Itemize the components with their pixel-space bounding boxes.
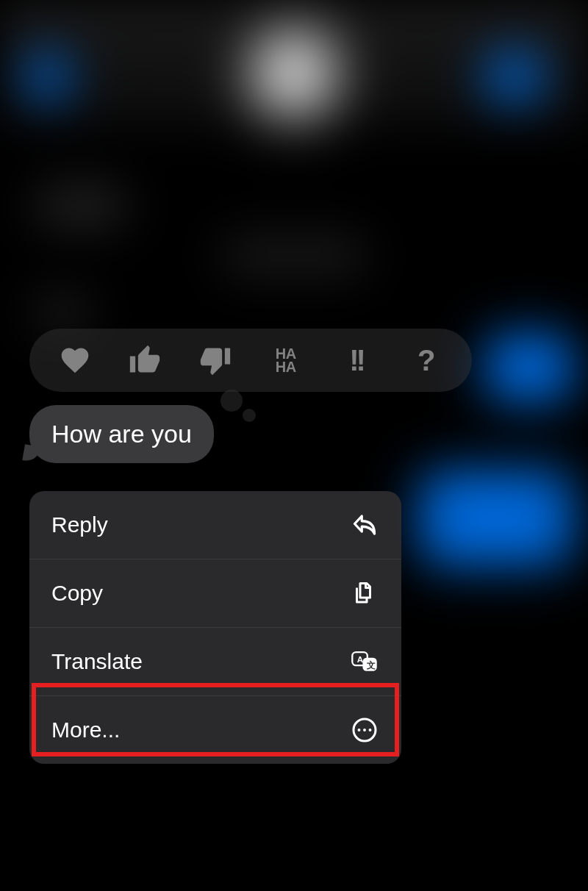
svg-text:文: 文 [366, 660, 376, 670]
reaction-bar-tail [243, 409, 256, 422]
menu-item-label: Translate [51, 649, 143, 674]
reply-icon [350, 510, 379, 540]
menu-item-label: More... [51, 718, 120, 742]
message-blur [33, 294, 92, 331]
question-icon: ? [417, 344, 435, 377]
svg-point-7 [369, 729, 372, 731]
translate-icon: A文 [350, 647, 379, 676]
sent-message-blur [485, 334, 573, 401]
heart-icon [59, 344, 91, 376]
reaction-thumbs-down-button[interactable] [192, 337, 240, 384]
menu-item-label: Reply [51, 512, 108, 537]
menu-item-label: Copy [51, 581, 103, 606]
thumbs-up-icon [129, 344, 161, 376]
menu-reply[interactable]: Reply [29, 491, 401, 559]
back-button-blur [22, 51, 74, 103]
action-button-blur [485, 51, 544, 103]
copy-icon [350, 579, 379, 608]
selected-message-bubble[interactable]: How are you [29, 405, 214, 463]
reaction-heart-button[interactable] [51, 337, 98, 384]
reaction-haha-button[interactable]: HA HA [262, 337, 309, 384]
menu-translate[interactable]: Translate A文 [29, 628, 401, 696]
reaction-bar: HA HA !! ? [29, 329, 472, 392]
sent-message-blur [419, 470, 573, 566]
reaction-thumbs-up-button[interactable] [121, 337, 169, 384]
double-exclamation-icon: !! [349, 344, 363, 377]
menu-more[interactable]: More... [29, 696, 401, 764]
reaction-bar-tail [220, 390, 243, 412]
svg-point-6 [363, 729, 366, 731]
thumbs-down-icon [199, 344, 232, 376]
message-context-menu: Reply Copy Translate A文 More... [29, 491, 401, 764]
reaction-question-button[interactable]: ? [403, 337, 451, 384]
more-icon [350, 715, 379, 745]
message-blur [33, 184, 129, 228]
svg-text:A: A [357, 655, 364, 664]
message-blur [220, 235, 368, 276]
menu-copy[interactable]: Copy [29, 559, 401, 628]
svg-point-5 [358, 729, 361, 731]
haha-icon: HA HA [276, 347, 296, 373]
reaction-exclamation-button[interactable]: !! [332, 337, 380, 384]
message-text: How are you [51, 420, 192, 448]
avatar-blur [250, 29, 338, 118]
